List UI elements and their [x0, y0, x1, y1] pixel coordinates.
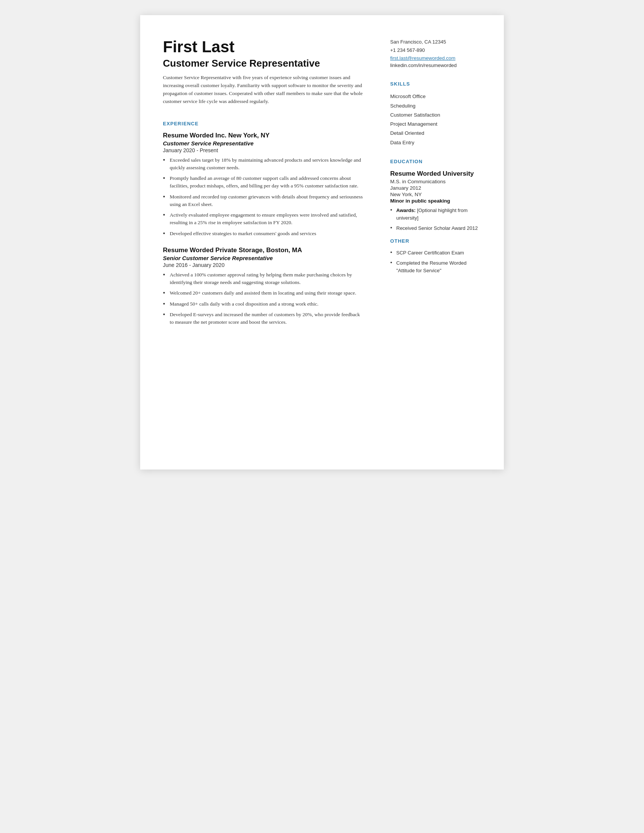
candidate-title: Customer Service Representative — [163, 58, 364, 69]
job-title-1: Customer Service Representative — [163, 140, 364, 146]
bullet-1-1: Exceeded sales target by 18% by maintain… — [163, 156, 364, 172]
bullet-list-2: Achieved a 100% customer approval rating… — [163, 271, 364, 326]
other-bullet-list: SCP Career Certification Exam Completed … — [390, 249, 481, 275]
other-section: OTHER SCP Career Certification Exam Comp… — [390, 238, 481, 275]
bullet-2-2: Welcomed 20+ customers daily and assiste… — [163, 289, 364, 297]
contact-linkedin: linkedin.com/in/resumeworded — [390, 61, 481, 70]
company-suffix-1: New York, NY — [227, 132, 270, 139]
skill-3: Customer Satisfaction — [390, 111, 481, 120]
bullet-2-1: Achieved a 100% customer approval rating… — [163, 271, 364, 286]
edu-bullet-list: Awards: [Optional highlight from univers… — [390, 207, 481, 232]
education-section: EDUCATION Resume Worded University M.S. … — [390, 159, 481, 232]
contact-email-line: first.last@resumeworded.com — [390, 55, 481, 61]
header-section: First Last Customer Service Representati… — [163, 38, 364, 106]
contact-phone: +1 234 567-890 — [390, 46, 481, 55]
other-bullet-2: Completed the Resume Worded "Attitude fo… — [390, 259, 481, 274]
experience-label: EXPERIENCE — [163, 121, 364, 127]
company-line-2: Resume Worded Private Storage, Boston, M… — [163, 246, 364, 254]
right-column: San Francisco, CA 12345 +1 234 567-890 f… — [379, 38, 481, 447]
company-line-1: Resume Worded Inc. New York, NY — [163, 132, 364, 139]
contact-email[interactable]: first.last@resumeworded.com — [390, 55, 456, 61]
company-name-2: Resume Worded Private Storage, — [163, 246, 264, 254]
bullet-1-2: Promptly handled an average of 80 custom… — [163, 175, 364, 190]
bullet-list-1: Exceeded sales target by 18% by maintain… — [163, 156, 364, 237]
other-label: OTHER — [390, 238, 481, 244]
candidate-name: First Last — [163, 38, 364, 56]
company-name-1: Resume Worded Inc. — [163, 132, 227, 139]
edu-minor: Minor in public speaking — [390, 198, 481, 204]
edu-bullet-1: Awards: [Optional highlight from univers… — [390, 207, 481, 222]
other-bullet-1: SCP Career Certification Exam — [390, 249, 481, 257]
bullet-2-3: Managed 50+ calls daily with a cool disp… — [163, 300, 364, 308]
experience-block-2: Resume Worded Private Storage, Boston, M… — [163, 246, 364, 326]
contact-section: San Francisco, CA 12345 +1 234 567-890 f… — [390, 38, 481, 70]
experience-block-1: Resume Worded Inc. New York, NY Customer… — [163, 132, 364, 237]
candidate-summary: Customer Service Representative with fiv… — [163, 74, 364, 106]
date-range-2: June 2016 - January 2020 — [163, 262, 364, 268]
skill-2: Scheduling — [390, 101, 481, 111]
skill-4: Project Management — [390, 120, 481, 129]
skills-section: SKILLS Microsoft Office Scheduling Custo… — [390, 81, 481, 147]
edu-institution: Resume Worded University — [390, 170, 481, 178]
contact-address: San Francisco, CA 12345 — [390, 38, 481, 46]
company-suffix-2: Boston, MA — [264, 246, 302, 254]
edu-bullet-2: Received Senior Scholar Award 2012 — [390, 225, 481, 232]
skill-1: Microsoft Office — [390, 92, 481, 101]
edu-date: January 2012 — [390, 185, 481, 191]
date-range-1: January 2020 - Present — [163, 147, 364, 153]
bullet-1-5: Developed effective strategies to market… — [163, 230, 364, 237]
edu-degree: M.S. in Communications — [390, 179, 481, 184]
left-column: First Last Customer Service Representati… — [163, 38, 379, 447]
education-label: EDUCATION — [390, 159, 481, 164]
bullet-2-4: Developed E-surveys and increased the nu… — [163, 311, 364, 326]
bullet-1-4: Actively evaluated employee engagement t… — [163, 211, 364, 227]
resume-page: First Last Customer Service Representati… — [140, 15, 504, 470]
edu-location: New York, NY — [390, 191, 481, 197]
experience-section: EXPERIENCE Resume Worded Inc. New York, … — [163, 121, 364, 326]
job-title-2: Senior Customer Service Representative — [163, 255, 364, 261]
edu-awards-label: Awards: — [396, 207, 415, 213]
bullet-1-3: Monitored and recorded top customer grie… — [163, 193, 364, 209]
skill-5: Detail Oriented — [390, 129, 481, 138]
skills-label: SKILLS — [390, 81, 481, 87]
skill-6: Data Entry — [390, 138, 481, 147]
